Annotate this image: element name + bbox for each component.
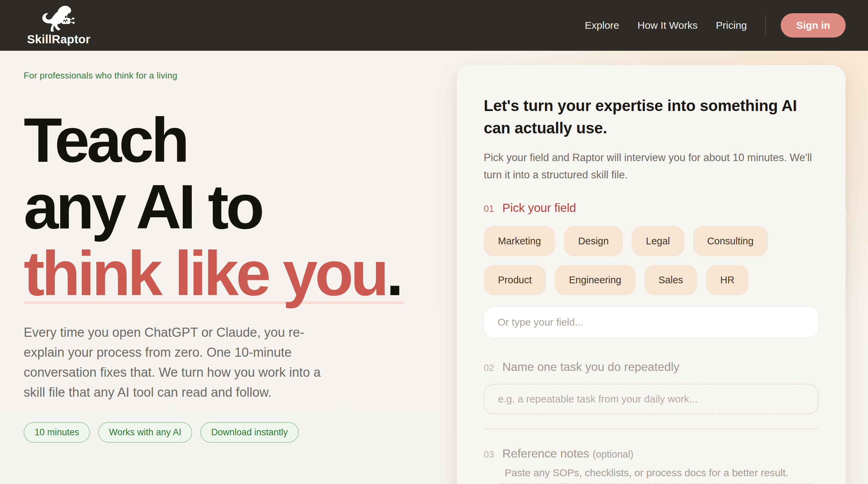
- field-chip-legal[interactable]: Legal: [632, 226, 684, 256]
- hero-paragraph: Every time you open ChatGPT or Claude, y…: [24, 323, 330, 402]
- card-subtitle: Pick your field and Raptor will intervie…: [484, 149, 819, 184]
- field-chips: Marketing Design Legal Consulting Produc…: [484, 226, 768, 295]
- sign-in-button[interactable]: Sign in: [781, 13, 846, 38]
- step-1-number: 01: [484, 204, 494, 214]
- step-3-optional-tag: (optional): [593, 449, 634, 460]
- step-2-label: Name one task you do repeatedly: [502, 360, 679, 374]
- primary-nav: Explore How It Works Pricing Sign in: [585, 13, 846, 38]
- nav-divider: [765, 15, 766, 36]
- hero-badges: 10 minutes Works with any AI Download in…: [24, 422, 453, 443]
- intake-card: Let's turn your expertise into something…: [457, 65, 846, 484]
- nav-link-pricing[interactable]: Pricing: [716, 20, 747, 31]
- brand-logo[interactable]: SkillRaptor: [27, 5, 90, 46]
- field-chip-marketing[interactable]: Marketing: [484, 226, 555, 256]
- raptor-logo-icon: [33, 5, 84, 35]
- field-chip-hr[interactable]: HR: [706, 265, 749, 295]
- nav-link-explore[interactable]: Explore: [585, 20, 619, 31]
- step-3-header: 03 Reference notes(optional): [484, 447, 819, 460]
- field-chip-consulting[interactable]: Consulting: [693, 226, 768, 256]
- step-3-label: Reference notes(optional): [502, 447, 634, 460]
- step-1-header: 01 Pick your field: [484, 201, 819, 215]
- headline-line-1: Teach: [24, 107, 453, 173]
- hero-headline: Teach any AI to think like you.: [24, 107, 453, 307]
- badge-download-instantly: Download instantly: [200, 422, 299, 443]
- field-chip-product[interactable]: Product: [484, 265, 546, 295]
- badge-10-minutes: 10 minutes: [24, 422, 90, 443]
- field-chip-engineering[interactable]: Engineering: [555, 265, 636, 295]
- field-text-input[interactable]: [484, 307, 819, 338]
- section-divider: [484, 428, 819, 429]
- step-2-header: 02 Name one task you do repeatedly: [484, 360, 819, 374]
- field-chip-sales[interactable]: Sales: [644, 265, 698, 295]
- headline-accent: think like you: [24, 238, 386, 308]
- nav-link-how-it-works[interactable]: How It Works: [637, 20, 698, 31]
- step-1-label: Pick your field: [502, 201, 576, 215]
- card-title: Let's turn your expertise into something…: [484, 95, 819, 139]
- step-2-number: 02: [484, 363, 494, 373]
- badge-works-with-any-ai: Works with any AI: [98, 422, 192, 443]
- field-chip-design[interactable]: Design: [564, 226, 623, 256]
- top-navigation-bar: SkillRaptor Explore How It Works Pricing…: [0, 0, 868, 51]
- headline-line-3: think like you.: [24, 240, 453, 307]
- step-3-description: Paste any SOPs, checklists, or process d…: [505, 467, 819, 479]
- hero-section: For professionals who think for a living…: [24, 51, 453, 443]
- headline-line-2: any AI to: [24, 173, 453, 240]
- step-3-label-text: Reference notes: [502, 447, 589, 460]
- hero-eyebrow: For professionals who think for a living: [24, 70, 453, 81]
- step-3-number: 03: [484, 449, 494, 460]
- task-text-input[interactable]: [484, 384, 819, 414]
- brand-name: SkillRaptor: [27, 32, 90, 46]
- headline-period: .: [386, 238, 401, 308]
